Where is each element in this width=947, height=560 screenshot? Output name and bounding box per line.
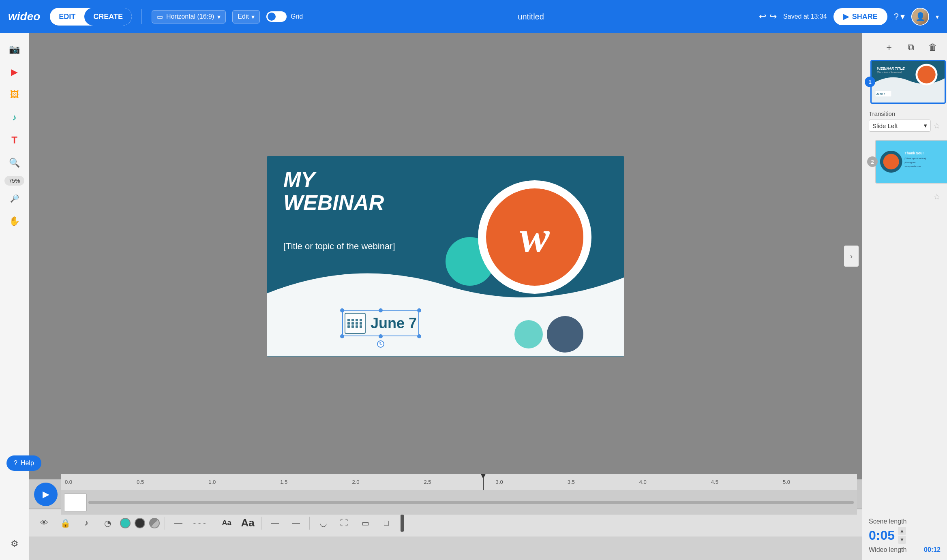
zoom-level[interactable]: 75%	[4, 176, 24, 186]
format-selector[interactable]: ▭ Horizontal (16:9) ▾	[152, 10, 226, 24]
handle-tl[interactable]	[340, 308, 344, 312]
share-button[interactable]: ▶ SHARE	[833, 8, 887, 25]
redo-button[interactable]: ↪	[769, 11, 777, 22]
zoom-out-button[interactable]: 🔎	[5, 189, 24, 208]
play-button[interactable]: ▶	[34, 483, 58, 506]
text-tool-button[interactable]: T	[5, 130, 24, 150]
handle-br[interactable]	[417, 334, 421, 338]
music-tool-bottom[interactable]: ♪	[78, 515, 95, 532]
svg-text:[Title or topic of webinar]: [Title or topic of webinar]	[904, 158, 926, 160]
monitor-icon: ▭	[157, 13, 163, 21]
date-text: June 7	[371, 315, 417, 332]
delete-scene-button[interactable]: 🗑	[925, 40, 941, 55]
transition-dropdown[interactable]: Slide Left ▾	[869, 120, 931, 132]
handle-tr[interactable]	[417, 308, 421, 312]
undo-redo-group: ↩ ↪	[759, 11, 777, 22]
video-tool-button[interactable]: ▶	[5, 62, 24, 82]
wideo-length-label: Wideo length	[869, 546, 906, 554]
color-mixed-button[interactable]	[149, 518, 160, 528]
lock-tool-button[interactable]: 🔒	[57, 515, 74, 532]
transition-label: Transition	[869, 110, 941, 117]
slide-2-thumbnail[interactable]: Thank you! [Title or topic of webinar] […	[875, 140, 947, 184]
format-label: Horizontal (16:9)	[166, 13, 214, 20]
share-label: SHARE	[852, 13, 878, 21]
create-button[interactable]: CREATE	[84, 8, 132, 26]
panel-button[interactable]: ▭	[357, 515, 374, 532]
line-v-button[interactable]: —	[287, 515, 304, 532]
grid-toggle-switch[interactable]	[266, 11, 287, 22]
slide-1-thumbnail[interactable]: WEBINAR TITLE [Title or topic of the web…	[870, 60, 946, 104]
slide-1-bg: WEBINAR TITLE [Title or topic of the web…	[872, 61, 945, 103]
svg-text:[Title or topic of the webinar: [Title or topic of the webinar]	[877, 71, 902, 73]
svg-text:WEBINAR TITLE: WEBINAR TITLE	[877, 66, 905, 71]
slide-wrapper: MY WEBINAR [Title or topic of the webina…	[267, 156, 624, 357]
dash-line-button[interactable]: - - -	[191, 515, 208, 532]
track-bar[interactable]	[88, 501, 854, 504]
shape-tool-button[interactable]: ◔	[99, 515, 116, 532]
time-arrows: ▲ ▼	[898, 527, 906, 544]
undo-button[interactable]: ↩	[759, 11, 766, 22]
scene-length-value: 0:05 ▲ ▼	[869, 527, 941, 544]
navy-circle	[547, 316, 583, 353]
mark-7: 3.5	[567, 479, 638, 485]
next-slide-chevron[interactable]: ›	[844, 246, 859, 267]
wideo-w-letter: w	[520, 211, 549, 263]
header-divider	[141, 9, 142, 24]
slide-1-number: 1	[865, 77, 875, 87]
slide[interactable]: MY WEBINAR [Title or topic of the webina…	[267, 156, 624, 357]
add-scene-button[interactable]: ＋	[881, 40, 897, 55]
playhead[interactable]	[483, 474, 484, 490]
chevron-down-icon: ▾	[217, 13, 221, 21]
image-tool-button[interactable]: 🖼	[5, 85, 24, 105]
eye-tool-button[interactable]: 👁	[36, 515, 53, 532]
mark-0: 0.0	[64, 479, 136, 485]
date-element[interactable]: ↻ June 7	[342, 310, 419, 336]
camera-tool-button[interactable]: 📷	[5, 40, 24, 59]
edit-button[interactable]: EDIT	[50, 8, 84, 26]
expand-button[interactable]: ⛶	[336, 515, 353, 532]
panel-drag-handle[interactable]	[401, 515, 404, 532]
slide-1-svg: WEBINAR TITLE [Title or topic of the web…	[872, 61, 945, 103]
settings-button[interactable]: ⚙	[5, 534, 24, 554]
tool-separator-3	[261, 517, 261, 530]
curve-button[interactable]: ◡	[315, 515, 332, 532]
edit-dropdown[interactable]: Edit ▾	[232, 10, 260, 24]
time-decrease-button[interactable]: ▼	[898, 536, 906, 544]
hand-tool-button[interactable]: ✋	[5, 212, 24, 231]
track-thumbnail	[64, 494, 87, 511]
scene-time: 0:05	[869, 528, 895, 543]
doc-title[interactable]: untitled	[309, 12, 752, 21]
handle-tc[interactable]	[379, 308, 383, 312]
time-increase-button[interactable]: ▲	[898, 527, 906, 535]
chevron-down-icon-edit: ▾	[251, 13, 255, 21]
slide-2-container: 2 Thank you! [Title or topic of webinar]…	[870, 138, 939, 185]
help-button[interactable]: ? Help	[6, 455, 41, 471]
text-large-button[interactable]: Aa	[239, 515, 256, 532]
line-tool-button[interactable]: —	[170, 515, 187, 532]
handle-bc[interactable]	[379, 334, 383, 338]
zoom-in-button[interactable]: 🔍	[5, 153, 24, 173]
timeline: ▶ 0.0 0.5 1.0 1.5 2.0 2.5 3.0 3.5 4.0	[29, 479, 862, 560]
header: wideo EDIT CREATE ▭ Horizontal (16:9) ▾ …	[0, 0, 947, 33]
star-button[interactable]: ☆	[933, 121, 941, 130]
text-small-button[interactable]: Aa	[218, 515, 235, 532]
line-h-button[interactable]: —	[266, 515, 283, 532]
teal-circle-small	[514, 320, 543, 348]
help-label: Help	[21, 460, 34, 467]
avatar[interactable]: 👤	[911, 8, 929, 26]
rotate-handle[interactable]: ↻	[377, 340, 384, 348]
help-icon-header[interactable]: ? ▾	[894, 11, 905, 22]
rect-button[interactable]: □	[378, 515, 395, 532]
chevron-down-icon-help: ▾	[900, 11, 905, 22]
bottom-star-button[interactable]: ☆	[933, 192, 941, 201]
color-teal-button[interactable]	[120, 518, 131, 528]
grid-label: Grid	[291, 13, 303, 20]
date-content: June 7	[345, 313, 417, 334]
panel-actions: ＋ ⧉ 🗑	[862, 33, 947, 58]
handle-bl[interactable]	[340, 334, 344, 338]
duplicate-scene-button[interactable]: ⧉	[903, 40, 919, 55]
music-tool-button[interactable]: ♪	[5, 108, 24, 127]
chevron-down-icon-avatar[interactable]: ▾	[936, 13, 939, 21]
color-dark-button[interactable]	[135, 518, 145, 528]
wideo-length-row: Wideo length 00:12	[869, 546, 941, 554]
